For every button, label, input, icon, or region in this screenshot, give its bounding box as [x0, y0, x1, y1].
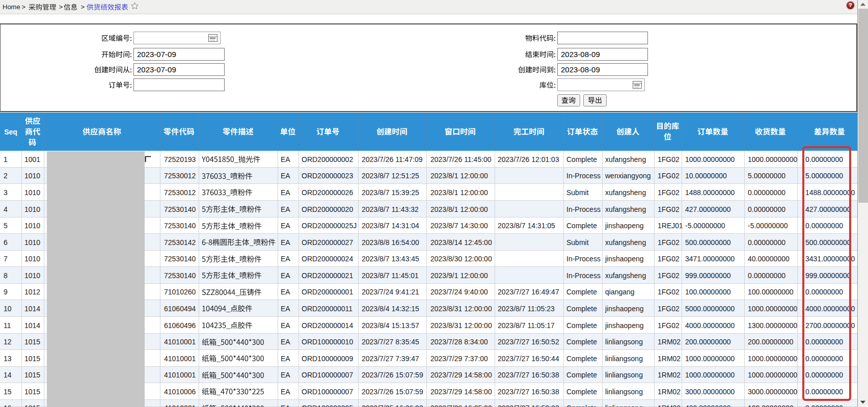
- svg-text:?: ?: [849, 2, 852, 8]
